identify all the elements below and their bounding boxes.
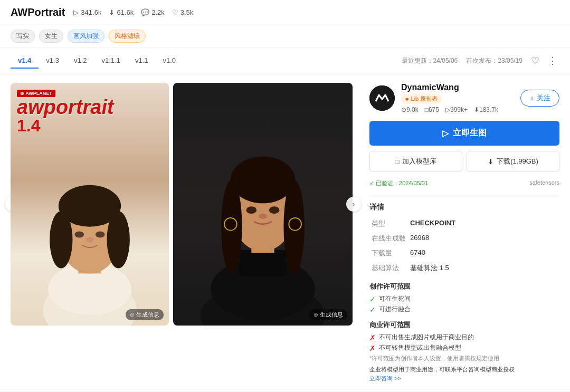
header-actions: ♡ ⋮ — [529, 53, 559, 69]
svg-point-5 — [50, 211, 72, 268]
enterprise-text: 企业将模型用于商业用途，可联系平台咨询模型商业授权 — [369, 366, 559, 374]
magazine-overlay: ⊕ AWPLANET awportrait 1.4 — [11, 83, 169, 139]
generate-button[interactable]: ▷ 立即生图 — [369, 121, 559, 146]
commercial-license-section: 商业许可范围 ✗ 不可出售生成图片或用于商业目的 ✗ 不可转售模型或出售融合模型… — [369, 320, 559, 383]
library-icon: □ — [395, 158, 400, 166]
first-published: 首次发布：23/05/19 — [466, 56, 522, 65]
app-title: AWPortrait — [11, 6, 65, 18]
table-row: 在线生成数 26968 — [369, 231, 559, 246]
license-note: *许可范围为创作者本人设置，使用者需按规定使用 — [369, 355, 559, 362]
svg-point-22 — [259, 214, 267, 219]
image-info-label-1[interactable]: ⊙ 生成信息 — [126, 309, 164, 320]
tag-nvsheng[interactable]: 女生 — [39, 30, 63, 43]
creator-info: DynamicWang ♥ Lib 原创者 ⊙9.0k □675 ▷999k+ … — [401, 83, 514, 113]
badge-icon: ♥ — [405, 96, 409, 102]
svg-point-6 — [107, 211, 130, 268]
stat-followers: ⊙9.0k — [401, 106, 419, 113]
tab-v10[interactable]: v1.0 — [155, 53, 183, 69]
license-text-2: 可进行融合 — [379, 305, 411, 314]
detail-value-base: 基础算法 1.5 — [408, 261, 559, 275]
detail-value-type[interactable]: CHECKPOINT — [408, 216, 559, 231]
svg-rect-12 — [240, 250, 287, 276]
license-x-1: ✗ — [369, 333, 376, 342]
commercial-item-2: ✗ 不可转售模型或出售融合模型 — [369, 343, 559, 352]
tab-v12[interactable]: v1.2 — [66, 53, 94, 69]
favorite-button[interactable]: ♡ — [529, 53, 542, 69]
portrait-image-1: ⊕ AWPLANET awportrait 1.4 — [11, 83, 169, 326]
download-label: 下载(1.99GB) — [497, 157, 538, 166]
details-table: 类型 CHECKPOINT 在线生成数 26968 下载量 6740 基础算法 … — [369, 216, 559, 275]
creative-license-section: 创作许可范围 ✓ 可在生死间 ✓ 可进行融合 — [369, 282, 559, 314]
stat-downloads: ⬇ 61.6k — [109, 8, 134, 16]
svg-point-15 — [231, 157, 295, 204]
last-updated: 最近更新：24/05/06 — [402, 56, 458, 65]
follow-button[interactable]: ♀ 关注 — [520, 90, 559, 107]
heart-icon: ♡ — [172, 8, 178, 16]
more-button[interactable]: ⋮ — [546, 53, 559, 69]
svg-point-9 — [86, 237, 93, 242]
tag-huafeng[interactable]: 画风加强 — [68, 30, 104, 43]
creator-stats: ⊙9.0k □675 ▷999k+ ⬇183.7k — [401, 106, 514, 113]
tags-bar: 写实 女生 画风加强 风格滤镜 — [0, 25, 570, 47]
stat-generations: ▷999k+ — [445, 106, 468, 113]
carousel-next-button[interactable]: › — [346, 197, 361, 212]
stat-likes: ♡ 3.5k — [172, 8, 194, 16]
tab-v11[interactable]: v1.1 — [128, 53, 156, 69]
table-row: 基础算法 基础算法 1.5 — [369, 261, 559, 275]
detail-label-base: 基础算法 — [369, 261, 408, 275]
play-icon: ▷ — [73, 8, 79, 16]
generate-icon: ▷ — [442, 128, 449, 138]
stat-creator-downloads: ⬇183.7k — [474, 106, 498, 113]
image-section: ‹ ⊕ AWPLANET awportrait 1.4 — [11, 83, 359, 383]
creator-badge: ♥ Lib 原创者 — [401, 94, 442, 104]
tag-fenggeshujing[interactable]: 风格滤镜 — [109, 30, 146, 43]
table-row: 下载量 6740 — [369, 246, 559, 261]
version-tabs: v1.4 v1.3 v1.2 v1.1.1 v1.1 v1.0 — [11, 53, 183, 69]
main-content: ‹ ⊕ AWPLANET awportrait 1.4 — [0, 74, 570, 391]
detail-label-downloads: 下载量 — [369, 246, 408, 261]
tab-v111[interactable]: v1.1.1 — [94, 53, 127, 69]
contact-link[interactable]: 立即咨询 >> — [369, 375, 401, 381]
details-title: 详情 — [369, 203, 559, 212]
svg-point-7 — [74, 232, 84, 238]
library-label: 加入模型库 — [402, 157, 436, 166]
commercial-text-1: 不可出售生成图片或用于商业目的 — [379, 333, 474, 342]
license-check-1: ✓ — [369, 295, 376, 303]
version-bar: v1.4 v1.3 v1.2 v1.1.1 v1.1 v1.0 最近更新：24/… — [0, 47, 570, 74]
verified-text: ✓ 已验证：2024/05/01 — [369, 179, 428, 187]
follow-icon: ♀ — [529, 94, 535, 102]
detail-value-online: 26968 — [408, 231, 559, 246]
header-stats: ▷ 341.6k ⬇ 61.6k 💬 2.2k ♡ 3.5k — [73, 8, 193, 16]
commercial-license-title: 商业许可范围 — [369, 320, 559, 330]
tab-v13[interactable]: v1.3 — [39, 53, 66, 69]
license-x-2: ✗ — [369, 344, 376, 352]
tab-v14[interactable]: v1.4 — [11, 53, 39, 69]
tag-xiezhen[interactable]: 写实 — [11, 30, 35, 43]
svg-point-20 — [246, 206, 256, 214]
table-row: 类型 CHECKPOINT — [369, 216, 559, 231]
portrait-image-2: ⊙ 生成信息 — [173, 83, 353, 326]
like-count: 3.5k — [180, 8, 194, 16]
safetensors-label: safetensors — [529, 179, 559, 187]
stat-plays: ▷ 341.6k — [73, 8, 101, 16]
right-panel: DynamicWang ♥ Lib 原创者 ⊙9.0k □675 ▷999k+ … — [359, 83, 559, 383]
download-icon-header: ⬇ — [109, 8, 115, 16]
image-info-label-2[interactable]: ⊙ 生成信息 — [309, 309, 347, 320]
play-count: 341.6k — [81, 8, 101, 16]
action-buttons-row: □ 加入模型库 ⬇ 下载(1.99GB) — [369, 151, 559, 172]
commercial-item-1: ✗ 不可出售生成图片或用于商业目的 — [369, 333, 559, 342]
license-item-2: ✓ 可进行融合 — [369, 305, 559, 314]
svg-point-17 — [283, 180, 304, 273]
creative-license-title: 创作许可范围 — [369, 282, 559, 291]
download-button[interactable]: ⬇ 下载(1.99GB) — [467, 151, 559, 172]
add-to-library-button[interactable]: □ 加入模型库 — [369, 151, 462, 172]
comment-icon: 💬 — [141, 8, 149, 16]
creator-name: DynamicWang — [401, 83, 514, 92]
magazine-title: awportrait — [17, 97, 163, 117]
header: AWPortrait ▷ 341.6k ⬇ 61.6k 💬 2.2k ♡ 3.5… — [0, 0, 570, 25]
badge-text: Lib 原创者 — [411, 95, 438, 103]
license-item-1: ✓ 可在生死间 — [369, 294, 559, 303]
details-section: 详情 类型 CHECKPOINT 在线生成数 26968 下载量 6740 — [369, 196, 559, 275]
svg-point-16 — [221, 180, 242, 273]
svg-point-21 — [269, 206, 280, 214]
